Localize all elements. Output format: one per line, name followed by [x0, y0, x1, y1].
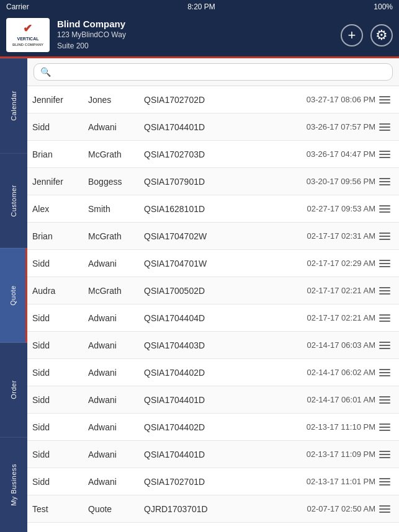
first-name: Brian — [32, 231, 88, 241]
add-icon: + — [348, 27, 356, 43]
main-layout: Calendar Customer Quote Order My Busines… — [0, 58, 399, 532]
table-row[interactable]: Brian McGrath QSIA1702703D 03-26-17 04:4… — [27, 141, 399, 168]
row-menu-button[interactable] — [375, 178, 394, 185]
first-name: Audra — [32, 286, 88, 296]
first-name: Sidd — [32, 122, 88, 132]
row-menu-button[interactable] — [375, 505, 394, 513]
table-row[interactable]: Sidd Adwani QSIA1704402D 02-13-17 11:10 … — [27, 414, 399, 441]
quote-id: QSIA1704404D — [144, 313, 285, 323]
sidebar-item-customer[interactable]: Customer — [0, 153, 27, 248]
company-address-line2: Suite 200 — [57, 40, 341, 51]
table-row[interactable]: Jennifer Jones QSIA1702702D 03-27-17 08:… — [27, 86, 399, 113]
last-name: Adwani — [88, 340, 144, 350]
content-area: 🔍 Jennifer Jones QSIA1702702D 03-27-17 0… — [27, 58, 399, 532]
company-name: Blind Company — [57, 19, 341, 29]
sidebar-item-quote[interactable]: Quote — [0, 248, 27, 343]
header: ✔ VERTICAL BLIND COMPANY Blind Company 1… — [0, 14, 399, 58]
last-name: Boggess — [88, 177, 144, 187]
company-info: Blind Company 123 MyBlindCO Way Suite 20… — [57, 19, 341, 51]
table-row[interactable]: Sidd Adwani QSIA1704701W 02-17-17 02:29 … — [27, 250, 399, 277]
battery-label: 100% — [374, 2, 393, 11]
quote-date: 03-27-17 08:06 PM — [285, 95, 375, 104]
search-input[interactable] — [55, 67, 386, 77]
quote-id: QSIA1704401D — [144, 122, 285, 132]
table-row[interactable]: Sidd Adwani QSIA1704404D 02-17-17 02:21 … — [27, 304, 399, 332]
row-menu-button[interactable] — [375, 396, 394, 404]
sidebar-item-mybusiness[interactable]: My Business — [0, 437, 27, 532]
row-menu-button[interactable] — [375, 314, 394, 322]
last-name: McGrath — [88, 286, 144, 296]
last-name: Adwani — [88, 313, 144, 323]
last-name: McGrath — [88, 231, 144, 241]
row-menu-button[interactable] — [375, 205, 394, 213]
row-menu-button[interactable] — [375, 233, 394, 240]
table-row[interactable]: Brian McGrath QJRD1703101D 02-07-17 01:2… — [27, 523, 399, 532]
last-name: Jones — [88, 95, 144, 105]
table-row[interactable]: Sidd Adwani QSIA1704402D 02-14-17 06:02 … — [27, 359, 399, 386]
last-name: Adwani — [88, 122, 144, 132]
last-name: Adwani — [88, 259, 144, 268]
last-name: Smith — [88, 204, 144, 214]
first-name: Sidd — [32, 340, 88, 350]
quote-date: 02-07-17 02:50 AM — [285, 504, 375, 513]
first-name: Jennifer — [32, 177, 88, 187]
quote-id: QSIA1704702W — [144, 231, 285, 241]
row-menu-button[interactable] — [375, 260, 394, 267]
search-input-wrap[interactable]: 🔍 — [34, 63, 393, 81]
last-name: Adwani — [88, 450, 144, 459]
first-name: Sidd — [32, 313, 88, 323]
quote-date: 02-14-17 06:03 AM — [285, 340, 375, 350]
menu-icon — [379, 205, 390, 213]
menu-icon — [379, 505, 390, 513]
row-menu-button[interactable] — [375, 96, 394, 104]
quote-date: 02-14-17 06:02 AM — [285, 368, 375, 377]
row-menu-button[interactable] — [375, 423, 394, 431]
row-menu-button[interactable] — [375, 369, 394, 376]
table-row[interactable]: Sidd Adwani QSIA1704401D 02-14-17 06:01 … — [27, 386, 399, 414]
table-row[interactable]: Audra McGrath QSIA1700502D 02-17-17 02:2… — [27, 277, 399, 304]
menu-icon — [379, 178, 390, 185]
table-row[interactable]: Sidd Adwani QSIA1704401D 03-26-17 07:57 … — [27, 113, 399, 141]
logo-check-icon: ✔ — [12, 22, 43, 36]
quote-date: 02-13-17 11:01 PM — [285, 477, 375, 486]
table-row[interactable]: Sidd Adwani QSIA1702701D 02-13-17 11:01 … — [27, 468, 399, 495]
table-row[interactable]: Alex Smith QSIA1628101D 02-27-17 09:53 A… — [27, 195, 399, 223]
status-bar: Carrier 8:20 PM 100% — [0, 0, 399, 14]
row-menu-button[interactable] — [375, 151, 394, 158]
settings-button[interactable]: ⚙ — [370, 24, 393, 47]
row-menu-button[interactable] — [375, 287, 394, 295]
sidebar-item-calendar[interactable]: Calendar — [0, 58, 27, 153]
quote-date: 02-17-17 02:21 AM — [285, 313, 375, 322]
last-name: Quote — [88, 504, 144, 514]
row-menu-button[interactable] — [375, 342, 394, 349]
quote-id: QSIA1704402D — [144, 422, 285, 432]
quote-date: 03-26-17 04:47 PM — [285, 149, 375, 159]
quote-date: 02-17-17 02:29 AM — [285, 259, 375, 268]
quote-id: QSIA1700502D — [144, 286, 285, 296]
table-row[interactable]: Sidd Adwani QSIA1704401D 02-13-17 11:09 … — [27, 441, 399, 468]
menu-icon — [379, 314, 390, 322]
first-name: Test — [32, 504, 88, 514]
row-menu-button[interactable] — [375, 123, 394, 131]
quote-id: QSIA1628101D — [144, 204, 285, 214]
row-menu-button[interactable] — [375, 478, 394, 485]
table-row[interactable]: Test Quote QJRD1703701D 02-07-17 02:50 A… — [27, 495, 399, 523]
first-name: Sidd — [32, 368, 88, 378]
menu-icon — [379, 123, 390, 131]
add-button[interactable]: + — [341, 24, 363, 47]
menu-icon — [379, 369, 390, 376]
quote-id: QSIA1704701W — [144, 259, 285, 268]
quote-date: 03-26-17 07:57 PM — [285, 122, 375, 131]
quote-date: 02-27-17 09:53 AM — [285, 204, 375, 213]
table-row[interactable]: Jennifer Boggess QSIA1707901D 03-20-17 0… — [27, 168, 399, 195]
first-name: Sidd — [32, 395, 88, 405]
row-menu-button[interactable] — [375, 451, 394, 458]
sidebar-item-order[interactable]: Order — [0, 342, 27, 437]
menu-icon — [379, 287, 390, 295]
quote-list: Jennifer Jones QSIA1702702D 03-27-17 08:… — [27, 86, 399, 532]
table-row[interactable]: Sidd Adwani QSIA1704403D 02-14-17 06:03 … — [27, 332, 399, 359]
company-address-line1: 123 MyBlindCO Way — [57, 29, 341, 40]
sidebar: Calendar Customer Quote Order My Busines… — [0, 58, 27, 532]
quote-id: QSIA1704401D — [144, 395, 285, 405]
table-row[interactable]: Brian McGrath QSIA1704702W 02-17-17 02:3… — [27, 223, 399, 250]
